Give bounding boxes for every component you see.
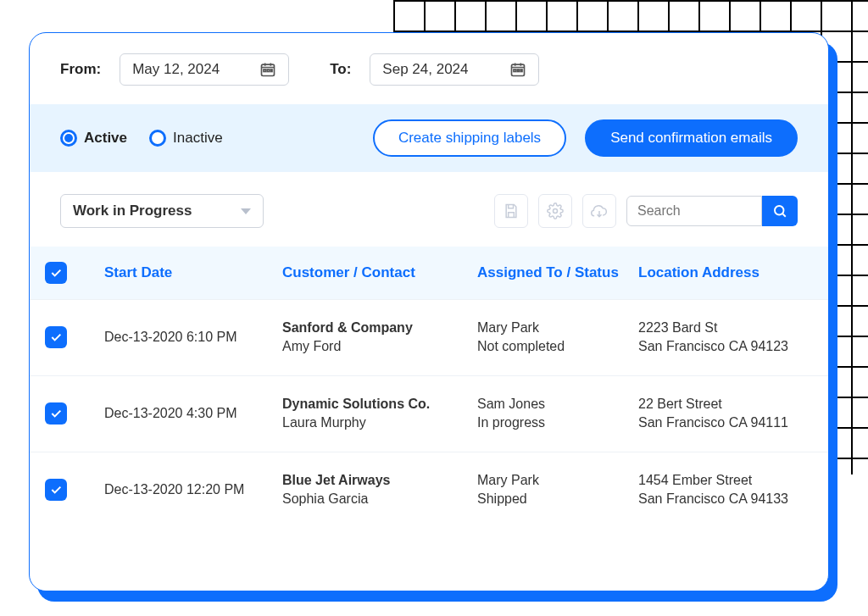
th-location[interactable]: Location Address bbox=[638, 264, 798, 281]
from-label: From: bbox=[60, 61, 101, 78]
check-icon bbox=[49, 483, 63, 497]
cell-customer: Blue Jet Airways Sophia Garcia bbox=[282, 471, 477, 509]
check-icon bbox=[49, 407, 63, 420]
from-date-value: May 12, 2024 bbox=[132, 61, 220, 78]
table-header-row: Start Date Customer / Contact Assigned T… bbox=[30, 247, 828, 299]
address-line2: San Francisco CA 94111 bbox=[638, 413, 798, 432]
cell-customer: Sanford & Company Amy Ford bbox=[282, 319, 477, 357]
status-text: In progress bbox=[477, 413, 638, 432]
cell-location: 1454 Ember Street San Francisco CA 94133 bbox=[638, 471, 798, 509]
cell-date: Dec-13-2020 12:20 PM bbox=[104, 480, 282, 499]
th-customer[interactable]: Customer / Contact bbox=[282, 264, 477, 281]
address-line2: San Francisco CA 94123 bbox=[638, 337, 798, 356]
to-date-value: Sep 24, 2024 bbox=[382, 61, 468, 78]
cell-assigned: Mary Park Shipped bbox=[477, 471, 638, 509]
send-confirmation-emails-button[interactable]: Send confirmation emails bbox=[585, 119, 798, 157]
main-card: From: May 12, 2024 To: Sep 24, 2024 Acti… bbox=[29, 32, 829, 591]
address-line1: 2223 Bard St bbox=[638, 319, 798, 337]
save-icon bbox=[503, 203, 520, 219]
cloud-download-icon bbox=[591, 203, 608, 219]
calendar-icon bbox=[259, 61, 276, 78]
cell-customer: Dynamic Solutions Co. Laura Murphy bbox=[282, 395, 477, 433]
to-label: To: bbox=[330, 61, 351, 78]
svg-rect-3 bbox=[271, 69, 273, 72]
row-checkbox[interactable] bbox=[45, 402, 67, 425]
cell-assigned: Mary Park Not completed bbox=[477, 319, 638, 357]
company-name: Sanford & Company bbox=[282, 319, 477, 337]
svg-point-9 bbox=[775, 206, 784, 215]
search-wrap bbox=[626, 196, 798, 226]
radio-active-label: Active bbox=[84, 130, 127, 147]
address-line1: 22 Bert Street bbox=[638, 395, 798, 413]
assignee-name: Mary Park bbox=[477, 471, 638, 490]
settings-icon-button[interactable] bbox=[538, 194, 572, 228]
select-all-checkbox[interactable] bbox=[45, 262, 67, 284]
radio-inactive-label: Inactive bbox=[173, 130, 223, 147]
company-name: Blue Jet Airways bbox=[282, 471, 477, 490]
orders-table: Start Date Customer / Contact Assigned T… bbox=[30, 247, 828, 591]
cell-location: 22 Bert Street San Francisco CA 94111 bbox=[638, 395, 798, 433]
cell-assigned: Sam Jones In progress bbox=[477, 395, 638, 433]
action-bar: Active Inactive Create shipping labels S… bbox=[30, 104, 828, 172]
address-line1: 1454 Ember Street bbox=[638, 471, 798, 490]
chevron-down-icon bbox=[241, 208, 251, 214]
assignee-name: Mary Park bbox=[477, 319, 638, 337]
table-row: Dec-13-2020 6:10 PM Sanford & Company Am… bbox=[30, 299, 828, 375]
search-input[interactable] bbox=[626, 196, 762, 226]
svg-rect-1 bbox=[264, 69, 266, 72]
status-radio-group: Active Inactive bbox=[60, 130, 223, 147]
cell-date: Dec-13-2020 6:10 PM bbox=[104, 328, 282, 347]
address-line2: San Francisco CA 94133 bbox=[638, 490, 798, 508]
gear-icon bbox=[547, 203, 564, 219]
toolbar: Work in Progress bbox=[30, 172, 828, 247]
check-icon bbox=[49, 330, 63, 344]
radio-icon bbox=[149, 130, 166, 147]
th-assigned[interactable]: Assigned To / Status bbox=[477, 264, 638, 281]
th-start-date[interactable]: Start Date bbox=[104, 264, 282, 281]
svg-rect-2 bbox=[267, 69, 270, 72]
check-icon bbox=[49, 266, 63, 280]
svg-point-8 bbox=[554, 209, 558, 214]
cell-location: 2223 Bard St San Francisco CA 94123 bbox=[638, 319, 798, 357]
from-date-field[interactable]: May 12, 2024 bbox=[120, 53, 289, 86]
search-icon bbox=[772, 203, 787, 219]
table-row: Dec-13-2020 4:30 PM Dynamic Solutions Co… bbox=[30, 375, 828, 452]
assignee-name: Sam Jones bbox=[477, 395, 638, 413]
cell-date: Dec-13-2020 4:30 PM bbox=[104, 404, 282, 423]
status-text: Shipped bbox=[477, 490, 638, 508]
contact-name: Amy Ford bbox=[282, 337, 477, 356]
contact-name: Laura Murphy bbox=[282, 413, 477, 432]
status-text: Not completed bbox=[477, 337, 638, 356]
svg-rect-5 bbox=[514, 69, 516, 72]
row-checkbox[interactable] bbox=[45, 326, 67, 348]
dropdown-value: Work in Progress bbox=[73, 203, 192, 219]
to-date-field[interactable]: Sep 24, 2024 bbox=[370, 53, 539, 86]
status-dropdown[interactable]: Work in Progress bbox=[60, 194, 264, 228]
save-icon-button[interactable] bbox=[494, 194, 528, 228]
svg-rect-7 bbox=[521, 69, 523, 72]
search-button[interactable] bbox=[762, 196, 798, 226]
cloud-download-icon-button[interactable] bbox=[582, 194, 616, 228]
row-checkbox[interactable] bbox=[45, 479, 67, 501]
radio-active[interactable]: Active bbox=[60, 130, 127, 147]
svg-rect-6 bbox=[518, 69, 520, 72]
company-name: Dynamic Solutions Co. bbox=[282, 395, 477, 413]
create-shipping-labels-button[interactable]: Create shipping labels bbox=[373, 119, 566, 157]
radio-icon bbox=[60, 130, 77, 147]
calendar-icon bbox=[509, 61, 526, 78]
date-filter-bar: From: May 12, 2024 To: Sep 24, 2024 bbox=[30, 33, 828, 104]
radio-inactive[interactable]: Inactive bbox=[149, 130, 223, 147]
table-row: Dec-13-2020 12:20 PM Blue Jet Airways So… bbox=[30, 452, 828, 528]
contact-name: Sophia Garcia bbox=[282, 490, 477, 508]
